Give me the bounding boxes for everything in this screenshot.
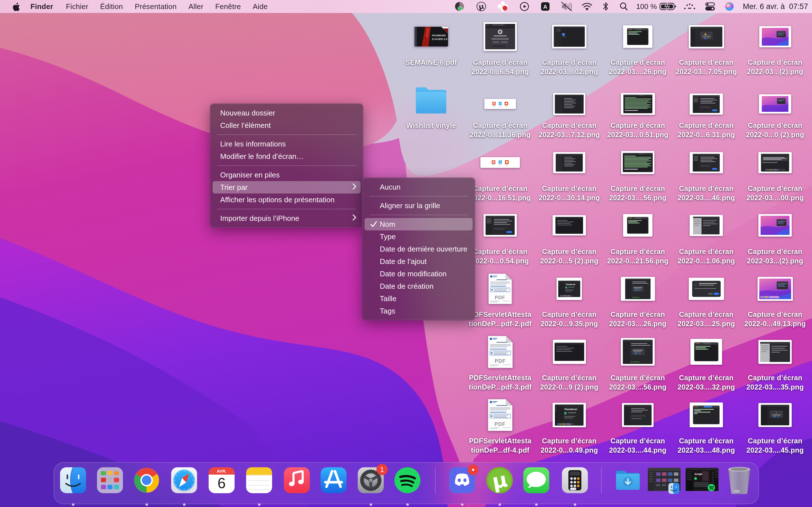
desktop-item[interactable]: Capture d’écran 2022-0...0 (2).png xyxy=(743,94,808,114)
submenu-item-5[interactable]: Type xyxy=(364,230,472,243)
desktop-item[interactable]: POUMONSD'ACIER 2.0 SEMAINE 6.pdf xyxy=(399,27,463,47)
desktop-item[interactable]: Capture d’écran 2022-03....45.png xyxy=(743,403,808,427)
wifi-icon[interactable] xyxy=(577,0,597,13)
desktop-item[interactable]: Capture d’écran 2022-0...0.54.png xyxy=(468,214,532,237)
desktop-item[interactable]: Capture d’écran 2022-03....48.png xyxy=(674,402,739,427)
menubar-item-présentation[interactable]: Présentation xyxy=(129,0,183,13)
file-thumbnail-terminal2 xyxy=(690,402,723,427)
dock-utorrent[interactable]: µ xyxy=(486,466,514,494)
context-menu-item-8[interactable]: Afficher les options de présentation xyxy=(213,193,361,206)
sound-muted-icon[interactable] xyxy=(555,0,577,13)
menubar-item-édition[interactable]: Édition xyxy=(94,0,129,13)
context-menu-item-3[interactable]: Lire les informations xyxy=(213,138,361,150)
file-thumbnail-darkdialog xyxy=(689,278,724,300)
desktop-item[interactable]: PDF PDFServletAttesta tionDeP...pdf-2.pd… xyxy=(468,273,532,304)
play-circle-icon[interactable] xyxy=(514,0,535,13)
dock-minwin-finder[interactable] xyxy=(648,466,681,494)
desktop-item[interactable]: Capture d’écran 2022-03...0.51.png xyxy=(605,93,670,115)
desktop-item[interactable]: Capture d’écran 2022-03....56.png xyxy=(605,338,670,365)
aldente-icon[interactable] xyxy=(449,0,470,13)
control-center-icon[interactable] xyxy=(700,0,720,13)
desktop-item[interactable]: Capture d’écran 2022-0...30.14.png xyxy=(537,152,602,173)
dock-settings[interactable]: 1 xyxy=(357,466,385,494)
dock-minwin-spotify[interactable]: Jungle xyxy=(686,466,719,494)
desktop-item[interactable]: Capture d’écran 2022-03....56.png xyxy=(605,151,670,174)
desktop-item[interactable]: Capture d’écran 2022-03....32.png xyxy=(674,339,739,365)
desktop-item[interactable]: Capture d’écran 2022-03....02.png xyxy=(537,25,602,48)
desktop-item[interactable]: Capture d’écran 2022-0...5 (2).png xyxy=(537,215,602,235)
menu-item-label: Modifier le fond d’écran… xyxy=(220,152,304,161)
submenu-item-10[interactable]: Taille xyxy=(364,292,472,305)
submenu-item-6[interactable]: Date de dernière ouverture xyxy=(364,243,472,255)
dock-appstore[interactable] xyxy=(319,466,348,494)
dock-messages[interactable] xyxy=(522,466,550,494)
bluetooth-icon[interactable] xyxy=(597,0,614,13)
dock-trash[interactable] xyxy=(725,466,753,494)
menubar-item-fenêtre[interactable]: Fenêtre xyxy=(209,0,247,13)
dock-safari[interactable] xyxy=(170,466,198,494)
desktop-item[interactable]: Capture d’écran 2022-03....35.png xyxy=(743,340,808,364)
dock-downloads[interactable] xyxy=(614,466,642,494)
context-menu-item-10[interactable]: Importer depuis l’iPhone xyxy=(213,212,361,224)
desktop-item[interactable]: Capture d’écran 2022-0...6.54.png xyxy=(468,22,532,51)
context-menu-item-7[interactable]: Trier par xyxy=(213,181,361,193)
dock-notes[interactable] xyxy=(245,466,273,494)
utorrent-icon[interactable]: µ xyxy=(470,0,492,13)
desktop-item[interactable]: Capture d’écran 2022-03...(2).png xyxy=(743,26,808,47)
diamond-grid-icon[interactable] xyxy=(492,0,514,13)
dock-music[interactable] xyxy=(283,466,311,494)
desktop-item[interactable]: Capture d’écran 2022-03....26.png xyxy=(605,277,670,301)
context-menu-item-1[interactable]: Coller l’élément xyxy=(213,119,361,131)
desktop-item[interactable]: Wishlist vinyle xyxy=(399,86,463,115)
desktop-item[interactable]: Capture d’écran 2022-03....44.png xyxy=(605,403,670,427)
file-label: Capture d’écran 2022-0...6.31.png xyxy=(674,121,739,139)
menubar-clock[interactable]: Mer. 6 avr. à 07:57 xyxy=(743,2,808,11)
submenu-item-2[interactable]: Aligner sur la grille xyxy=(364,200,472,212)
desktop-item[interactable]: Capture d’écran 2022-0...1.06.png xyxy=(674,215,739,236)
desktop-item[interactable]: Capture d’écran 2022-0...16.51.png xyxy=(468,157,532,168)
submenu-item-4[interactable]: Nom xyxy=(364,218,472,230)
desktop-item[interactable]: Thundercat Capture d’écran 2022-0...9.35… xyxy=(537,278,602,300)
battery-charging-icon[interactable] xyxy=(657,0,679,13)
context-menu-item-0[interactable]: Nouveau dossier xyxy=(213,107,361,119)
desktop-item[interactable]: Capture d’écran 2022-0...21.56.png xyxy=(605,214,670,237)
dock-chrome[interactable] xyxy=(133,466,161,494)
desktop-item[interactable]: Capture d’écran 2022-03...(2).png xyxy=(743,214,808,237)
dock-spotify[interactable] xyxy=(393,466,421,494)
menubar-item-finder[interactable]: Finder xyxy=(24,0,60,13)
dock-discord[interactable] xyxy=(448,466,476,494)
dock-calculator[interactable] xyxy=(561,466,589,494)
desktop-item[interactable]: PDF PDFServletAttesta tionDeP...pdf-3.pd… xyxy=(468,333,532,371)
submenu-item-8[interactable]: Date de modification xyxy=(364,268,472,280)
submenu-item-9[interactable]: Date de création xyxy=(364,280,472,292)
submenu-item-0[interactable]: Aucun xyxy=(364,181,472,193)
desktop-item[interactable]: Capture d’écran 2022-03...7.05.png xyxy=(674,25,739,48)
spotlight-icon[interactable] xyxy=(614,0,633,13)
desktop-item[interactable]: PDF PDFServletAttesta tionDeP...df-4.pdf xyxy=(468,396,532,434)
desktop-item[interactable]: Capture d’écran 2022-03....26.png xyxy=(605,25,670,48)
keyboard-layout-a-icon[interactable]: A xyxy=(535,0,555,13)
dock-launchpad[interactable] xyxy=(96,466,124,494)
desktop-item[interactable]: Capture d’écran 2022-03....25.png xyxy=(674,278,739,300)
dock-calendar[interactable]: AVR.6 xyxy=(207,466,236,494)
desktop-item[interactable]: Capture d’écran 2022-03....46.png xyxy=(674,152,739,173)
desktop-item[interactable]: Capture d’écran 2022-0...6.31.png xyxy=(674,94,739,115)
submenu-item-7[interactable]: Date de l’ajout xyxy=(364,255,472,268)
context-menu-item-4[interactable]: Modifier le fond d’écran… xyxy=(213,150,361,163)
context-menu-item-6[interactable]: Organiser en piles xyxy=(213,169,361,181)
dock-finder[interactable] xyxy=(59,466,87,494)
menubar-item-fichier[interactable]: Fichier xyxy=(60,0,94,13)
desktop-item[interactable]: Thundercat Capture d’écran 2022-0...0.49… xyxy=(537,403,602,427)
siri-icon[interactable] xyxy=(720,0,739,13)
menubar-item-aller[interactable]: Aller xyxy=(183,0,209,13)
desktop-item[interactable]: Capture d’écran 2022-03....00.png xyxy=(743,152,808,173)
desktop-item[interactable]: Capture d’écran 2022-0...11.36.png xyxy=(468,99,532,109)
desktop-item[interactable]: Capture d’écran 2022-0...49.13.png xyxy=(743,277,808,301)
apple-menu[interactable] xyxy=(8,0,24,13)
desktop-item[interactable]: Capture d’écran 2022-03...7.12.png xyxy=(537,93,602,115)
desktop-item[interactable]: Capture d’écran 2022-0...9 (2).png xyxy=(537,340,602,364)
keyboard-dots-icon[interactable] xyxy=(679,0,700,13)
submenu-item-11[interactable]: Tags xyxy=(364,305,472,317)
file-thumbnail-folder xyxy=(414,86,448,115)
menubar-item-aide[interactable]: Aide xyxy=(247,0,273,13)
